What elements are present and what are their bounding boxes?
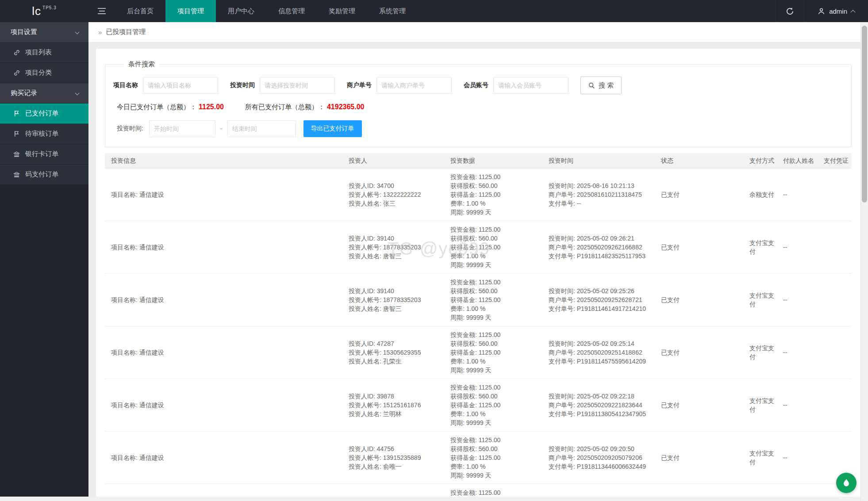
status-badge: 已支付 <box>661 349 680 356</box>
export-paid-orders-button[interactable]: 导出已支付订单 <box>303 120 362 137</box>
nav-item-info-mgmt[interactable]: 信息管理 <box>266 0 317 22</box>
nav-item-home[interactable]: 后台首页 <box>115 0 165 22</box>
invest-amount: 1125.00 <box>479 331 501 338</box>
cell-invest-time: 投资时间: 2025-05-02 09:26:21 商户单号: 20250502… <box>542 230 655 264</box>
page-title: 已投项目管理 <box>106 28 146 36</box>
link-icon <box>12 49 20 57</box>
merchant-no-input[interactable] <box>376 77 452 94</box>
invest-time-label: 投资时间 <box>230 81 255 89</box>
investor-account: 18778335203 <box>383 244 421 251</box>
status-badge: 已支付 <box>661 296 680 303</box>
cell-payer-name: -- <box>777 397 818 413</box>
col-investor: 投资人 <box>342 157 444 165</box>
project-name: 通信建设 <box>139 191 164 198</box>
nav-item-reward-mgmt[interactable]: 奖励管理 <box>317 0 367 22</box>
col-invest-data: 投资数据 <box>444 157 542 165</box>
payer-name: -- <box>783 191 787 198</box>
fee-rate: 1.00 % <box>466 358 486 365</box>
cell-payer-name: -- <box>777 186 818 203</box>
invest-time-input[interactable] <box>260 77 335 94</box>
investor-account: 13915235889 <box>383 454 421 461</box>
scrollbar-thumb[interactable] <box>862 26 867 203</box>
invest-time: 2025-08-16 10:21:13 <box>577 182 634 189</box>
sidebar-section-project-settings[interactable]: 项目设置 <box>0 22 88 42</box>
link-icon <box>12 69 20 77</box>
fee-rate: 1.00 % <box>466 305 486 312</box>
invest-time: 2025-05-02 09:22:18 <box>577 393 634 400</box>
invest-time: 2025-05-02 09:26:21 <box>577 235 634 242</box>
search-fieldset: 条件搜索 项目名称 投资时间 商户单号 会员账号 <box>105 60 852 147</box>
merchant-order-no: 2025050209252628721 <box>577 296 642 303</box>
nav-item-system-mgmt[interactable]: 系统管理 <box>367 0 418 22</box>
bank-icon <box>12 171 20 179</box>
horizontal-scrollbar[interactable] <box>0 497 860 501</box>
all-paid-value: 4192365.00 <box>327 103 365 111</box>
project-name: 通信建设 <box>139 244 164 251</box>
main-content: » 已投项目管理 条件搜索 项目名称 投资时间 商户单号 <box>88 0 868 501</box>
pay-method: 支付宝支付 <box>749 239 774 255</box>
sidebar-item-paid-orders[interactable]: 已支付订单 <box>0 103 88 124</box>
cell-invest-time: 投资时间: 2025-05-02 09:25:14 商户单号: 20250502… <box>542 335 655 370</box>
sidebar-item-bank-card-orders[interactable]: 银行卡订单 <box>0 144 88 164</box>
payer-name: -- <box>783 454 787 461</box>
col-status: 状态 <box>655 157 743 165</box>
fund-gained: 1125.00 <box>479 349 501 356</box>
investor-id: 39140 <box>377 287 394 294</box>
nav-item-user-center[interactable]: 用户中心 <box>216 0 266 22</box>
fund-gained: 1125.00 <box>479 296 501 303</box>
nav-item-project-mgmt[interactable]: 项目管理 <box>165 0 216 22</box>
fund-gained: 1125.00 <box>479 454 501 461</box>
cycle-days: 99999 天 <box>466 314 492 321</box>
status-badge: 已支付 <box>661 244 680 251</box>
invest-time: 2025-05-02 09:20:50 <box>577 445 634 452</box>
search-button[interactable]: 搜 索 <box>580 76 622 94</box>
cell-status: 已支付 <box>655 344 743 361</box>
project-name: 通信建设 <box>139 296 164 303</box>
sidebar-item-project-category[interactable]: 项目分类 <box>0 63 88 83</box>
status-badge: 已支付 <box>661 454 680 461</box>
investor-id: 44756 <box>377 445 394 452</box>
cell-pay-method: 余额支付 <box>743 186 777 203</box>
sidebar-section-purchase-records[interactable]: 购买记录 <box>0 83 88 103</box>
today-paid-value: 1125.00 <box>199 103 224 111</box>
cell-investor: 投资人ID: 47287 投资人帐号: 15305629355 投资人姓名: 孔… <box>342 335 444 370</box>
start-time-input[interactable] <box>149 120 215 137</box>
sidebar-item-qr-pay-orders[interactable]: 码支付订单 <box>0 164 88 185</box>
vertical-scrollbar[interactable] <box>860 22 868 501</box>
floating-action-button[interactable] <box>836 473 856 493</box>
status-badge: 已支付 <box>661 191 680 198</box>
sidebar-item-pending-orders[interactable]: 待审核订单 <box>0 124 88 144</box>
sidebar-item-project-list[interactable]: 项目列表 <box>0 42 88 63</box>
menu-toggle-icon[interactable] <box>88 0 115 22</box>
user-menu[interactable]: admin <box>804 0 868 22</box>
chevron-down-icon <box>75 91 80 96</box>
investor-id: 39878 <box>377 393 394 400</box>
leaf-icon <box>841 478 851 488</box>
equity-gained: 560.00 <box>479 340 498 347</box>
table-header: 投资信息 投资人 投资数据 投资时间 状态 支付方式 付款人姓名 支付凭证 <box>105 153 852 168</box>
project-name-input[interactable] <box>143 77 218 94</box>
refresh-icon[interactable] <box>776 0 804 22</box>
investor-account: 18778335203 <box>383 296 421 303</box>
date-range-separator: - <box>220 125 223 132</box>
col-invest-info: 投资信息 <box>105 157 342 165</box>
merchant-order-no: 2025050209262166882 <box>577 244 642 251</box>
date-range-label: 投资时间: <box>117 125 143 133</box>
cell-payer-name: -- <box>777 449 818 466</box>
fee-rate: 1.00 % <box>466 410 486 417</box>
member-account-input[interactable] <box>493 77 568 94</box>
project-name: 通信建设 <box>139 454 164 461</box>
topbar: lcTP5.3 后台首页 项目管理 用户中心 信息管理 奖励管理 系统管理 ad… <box>0 0 868 22</box>
cell-invest-time: 投资时间: 2025-05-02 09:25:26 商户单号: 20250502… <box>542 283 655 317</box>
cell-payer-name: -- <box>777 291 818 308</box>
investor-name: 唐智三 <box>383 305 402 312</box>
cycle-days: 99999 天 <box>466 261 492 268</box>
bank-icon <box>12 150 20 158</box>
col-invest-time: 投资时间 <box>542 157 655 165</box>
payer-name: -- <box>783 402 787 409</box>
payer-name: -- <box>783 296 787 303</box>
pay-method: 支付宝支付 <box>749 344 774 360</box>
end-time-input[interactable] <box>227 120 296 137</box>
cell-invest-info: 项目名称: 通信建设 <box>105 239 342 256</box>
equity-gained: 560.00 <box>479 393 498 400</box>
